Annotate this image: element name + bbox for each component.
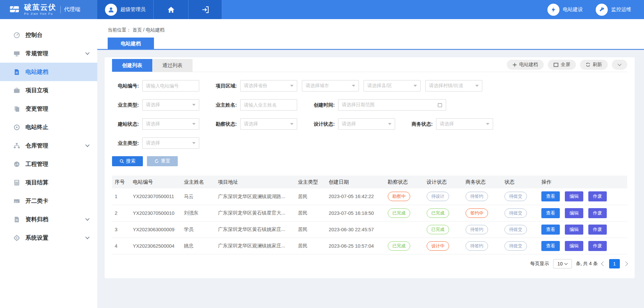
- sidebar-item-change-management[interactable]: 变更管理: [0, 100, 97, 118]
- edit-button[interactable]: 编辑: [565, 241, 583, 251]
- breadcrumb-home[interactable]: 首页: [132, 27, 142, 33]
- sidebar-item-warehouse-management[interactable]: 仓库管理: [0, 136, 97, 155]
- filter-row-4: 业主类型: 请选择: [112, 137, 627, 149]
- invalidate-button[interactable]: 作废: [588, 208, 607, 218]
- search-button[interactable]: 搜索: [112, 156, 143, 166]
- col-header-status: 状态: [502, 176, 539, 188]
- user-menu[interactable]: 超级管理员: [97, 0, 154, 19]
- owner-type2-select[interactable]: 请选择: [142, 137, 199, 149]
- invalidate-button[interactable]: 作废: [588, 225, 607, 235]
- dropdown-caret-icon: [290, 123, 293, 125]
- county-select[interactable]: 请选择县/区: [364, 80, 421, 91]
- edit-button[interactable]: 编辑: [565, 208, 583, 218]
- cell-created: 2023-07-05 16:42:22: [326, 188, 385, 205]
- view-button[interactable]: 查看: [541, 191, 560, 201]
- cell-no: 1: [112, 188, 130, 205]
- table-row: 1 YX2023070500011 马云 广东深圳龙华区观澜镇观湖路... 居民…: [112, 188, 627, 205]
- build-status-select[interactable]: 请选择: [142, 118, 199, 130]
- shortcut-station-build[interactable]: 电站建设: [547, 0, 583, 19]
- content-card: 创建列表 通过列表 电站建档 全屏: [105, 57, 635, 278]
- view-button[interactable]: 查看: [541, 208, 560, 218]
- user-icon: [107, 6, 115, 13]
- shortcut-build-label: 电站建设: [563, 6, 583, 13]
- document-icon: [13, 69, 20, 75]
- sidebar-item-project-initiation[interactable]: 项目立项: [0, 81, 97, 100]
- next-page-icon[interactable]: [623, 261, 628, 266]
- town-placeholder: 请选择村镇/街道: [429, 83, 463, 89]
- reset-button[interactable]: 重置: [147, 156, 178, 166]
- sidebar-item-system-settings[interactable]: 系统设置: [0, 229, 97, 247]
- fullscreen-button[interactable]: 全屏: [548, 60, 576, 70]
- table-row: 4 YX2023062500004 姚忠 广东深圳龙华区观澜镇姚家庄... 居民…: [112, 238, 627, 254]
- city-select[interactable]: 请选择城市: [302, 80, 359, 91]
- col-header-owner: 业主姓名: [181, 176, 215, 188]
- sidebar-item-engineering-management[interactable]: 工程管理: [0, 155, 97, 173]
- filter-project-region: 项目区域: 请选择省份 请选择城市 请选择县/区 请选择村镇/: [210, 80, 482, 91]
- logout-button[interactable]: [189, 0, 222, 19]
- station-code-input[interactable]: [142, 80, 199, 91]
- edit-button[interactable]: 编辑: [565, 225, 583, 235]
- archive-file-icon: [13, 216, 20, 223]
- province-select[interactable]: 请选择省份: [240, 80, 297, 91]
- sidebar-item-second-class-card[interactable]: 开二类卡: [0, 192, 97, 210]
- cell-address: 广东深圳龙华区黄石镇星官大...: [215, 205, 295, 221]
- sitemap-icon: [13, 142, 20, 149]
- date-range-input[interactable]: 请选择日期范围: [338, 99, 446, 111]
- sidebar-item-station-termination[interactable]: 电站终止: [0, 118, 97, 136]
- shortcut-monitor-ops[interactable]: 监控运维: [596, 0, 631, 19]
- refresh-button[interactable]: 刷新: [580, 60, 608, 70]
- design-status-placeholder: 请选择: [342, 121, 356, 127]
- page-number-1[interactable]: 1: [609, 259, 620, 268]
- city-placeholder: 请选择城市: [306, 83, 329, 89]
- view-button[interactable]: 查看: [541, 241, 560, 251]
- filter-survey-status: 勘察状态: 请选择: [210, 118, 297, 130]
- owner-type-select[interactable]: 请选择: [142, 99, 199, 111]
- tab-create-list[interactable]: 创建列表: [112, 59, 152, 72]
- province-placeholder: 请选择省份: [244, 83, 267, 89]
- business-status-badge: 待签约: [466, 225, 488, 234]
- page-tab-station-filing[interactable]: 电站建档: [108, 38, 154, 49]
- tab-passed-list[interactable]: 通过列表: [152, 59, 193, 72]
- town-select[interactable]: 请选择村镇/街道: [425, 80, 482, 91]
- design-status-select[interactable]: 请选择: [338, 118, 395, 130]
- edit-button[interactable]: 编辑: [565, 191, 583, 201]
- filter-form: 电站编号: 项目区域: 请选择省份 请选择城市: [112, 72, 627, 149]
- cell-owner: 刘强东: [181, 205, 215, 221]
- dropdown-caret-icon: [192, 104, 196, 106]
- invalidate-button[interactable]: 作废: [588, 241, 607, 251]
- filter-row-2: 业主类型: 请选择 业主姓名: 创建时间: 请选择日期范: [112, 99, 627, 111]
- sidebar-item-general-management[interactable]: 常规管理: [0, 44, 97, 63]
- sidebar-item-data-archive[interactable]: 资料归档: [0, 210, 97, 229]
- business-status-select[interactable]: 请选择: [436, 118, 493, 130]
- reset-icon: [154, 159, 159, 164]
- home-icon: [167, 6, 175, 13]
- owner-name-input[interactable]: [240, 99, 297, 111]
- invalidate-button[interactable]: 作废: [588, 191, 607, 201]
- avatar: [105, 4, 117, 16]
- design-status-label: 设计状态:: [308, 121, 338, 127]
- survey-status-placeholder: 请选择: [244, 121, 258, 127]
- survey-status-select[interactable]: 请选择: [240, 118, 297, 130]
- sidebar-item-project-settlement[interactable]: 项目结算: [0, 173, 97, 192]
- sidebar-item-console[interactable]: 控制台: [0, 26, 97, 44]
- shortcut-monitor-label: 监控运维: [611, 6, 631, 13]
- logo-divider: [60, 6, 61, 13]
- home-button[interactable]: [154, 0, 189, 19]
- sidebar-item-label: 项目立项: [25, 86, 48, 94]
- filter-design-status: 设计状态: 请选择: [308, 118, 395, 130]
- cell-owner-type: 居民: [295, 238, 326, 254]
- status-badge: 待提交: [504, 241, 527, 251]
- prev-page-icon[interactable]: [601, 261, 606, 266]
- survey-status-badge: 已完成: [388, 241, 410, 251]
- sidebar-item-label: 资料归档: [25, 215, 48, 223]
- breadcrumb-current: 电站建档: [146, 27, 165, 33]
- sidebar-item-station-filing[interactable]: 电站建档: [0, 63, 97, 81]
- design-status-badge: 已完成: [427, 225, 449, 234]
- view-button[interactable]: 查看: [541, 225, 560, 235]
- add-station-button[interactable]: 电站建档: [507, 60, 544, 70]
- per-page-select[interactable]: 10: [553, 259, 572, 268]
- cell-no: 4: [112, 238, 130, 254]
- collapse-toolbar-button[interactable]: [612, 60, 627, 70]
- cell-code: YX2023062500004: [130, 238, 181, 254]
- build-status-placeholder: 请选择: [146, 121, 160, 127]
